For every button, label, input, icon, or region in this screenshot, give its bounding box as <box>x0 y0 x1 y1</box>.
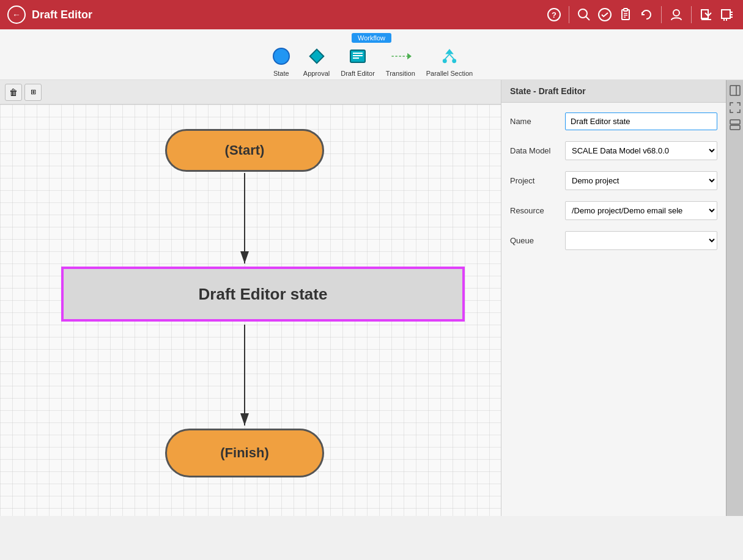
svg-rect-21 <box>309 50 323 64</box>
parallel-section-tool-icon <box>438 45 460 67</box>
svg-rect-38 <box>730 120 740 124</box>
svg-line-3 <box>586 17 590 20</box>
properties-panel-title: State - Draft Editor <box>501 80 726 103</box>
name-input[interactable] <box>565 112 717 130</box>
refresh-icon[interactable] <box>638 6 655 23</box>
name-field-row: Name <box>510 112 717 130</box>
back-arrow-icon: ← <box>12 10 21 20</box>
project-select[interactable]: Demo project <box>565 171 717 190</box>
queue-label: Queue <box>510 236 559 245</box>
header-sep-1 <box>569 6 569 23</box>
canvas-toolbar: 🗑 ⊞ <box>0 80 501 105</box>
svg-point-31 <box>443 59 447 63</box>
queue-field-row: Queue <box>510 231 717 250</box>
user-icon[interactable] <box>668 6 685 23</box>
svg-text:?: ? <box>552 10 556 20</box>
header: ← Draft Editor ? <box>0 0 743 29</box>
main-area: 🗑 ⊞ (Start) <box>0 80 743 516</box>
svg-marker-28 <box>445 49 454 54</box>
data-model-label: Data Model <box>510 146 559 155</box>
name-label: Name <box>510 117 559 126</box>
svg-rect-36 <box>730 86 740 95</box>
svg-line-30 <box>449 54 454 60</box>
state-tool[interactable]: State <box>270 45 292 77</box>
svg-point-10 <box>673 10 679 16</box>
canvas-panel: 🗑 ⊞ (Start) <box>0 80 501 516</box>
svg-rect-14 <box>722 10 730 18</box>
back-button[interactable]: ← <box>7 6 26 24</box>
svg-rect-39 <box>730 125 740 130</box>
app-title: Draft Editor <box>32 9 545 21</box>
zoom-fit-button[interactable] <box>728 101 742 114</box>
data-model-select[interactable]: SCALE Data Model v68.0.0 <box>565 141 717 160</box>
svg-point-20 <box>273 48 289 64</box>
svg-line-29 <box>445 54 449 60</box>
svg-marker-27 <box>407 53 412 59</box>
properties-fields: Name Data Model SCALE Data Model v68.0.0… <box>501 103 726 260</box>
properties-panel: State - Draft Editor Name Data Model SCA… <box>501 80 726 516</box>
zoom-split-button[interactable] <box>728 118 742 131</box>
draft-editor-tool[interactable]: Draft Editor <box>341 45 375 77</box>
workflow-toolbar: Workflow State Approval <box>0 29 743 80</box>
project-label: Project <box>510 176 559 185</box>
workflow-badge-container: Workflow <box>352 33 391 43</box>
finish-node-label: (Finish) <box>220 445 268 461</box>
state-node-label: Draft Editor state <box>199 285 328 304</box>
resource-field-row: Resource /Demo project/Demo email sele <box>510 201 717 220</box>
group-button[interactable]: ⊞ <box>24 84 42 101</box>
far-right-panel <box>726 80 743 516</box>
state-tool-icon <box>270 45 292 67</box>
resource-label: Resource <box>510 206 559 215</box>
approval-tool-icon <box>306 45 328 67</box>
header-sep-2 <box>661 6 662 23</box>
group-icon: ⊞ <box>31 88 36 96</box>
state-node[interactable]: Draft Editor state <box>61 267 465 322</box>
state-tool-label: State <box>273 70 289 77</box>
workflow-canvas[interactable]: (Start) Draft Editor state (Finish) <box>0 105 501 516</box>
parallel-section-tool[interactable]: Parallel Section <box>426 45 473 77</box>
panel-toggle-button[interactable] <box>728 84 742 97</box>
header-icons: ? <box>545 6 736 23</box>
finish-node[interactable]: (Finish) <box>165 429 324 477</box>
search-icon[interactable] <box>575 6 593 23</box>
approval-tool[interactable]: Approval <box>303 45 330 77</box>
project-field-row: Project Demo project <box>510 171 717 190</box>
start-node-label: (Start) <box>225 142 265 158</box>
svg-point-2 <box>579 9 587 18</box>
workflow-tools: State Approval Draft Editor <box>270 45 473 77</box>
data-model-field-row: Data Model SCALE Data Model v68.0.0 <box>510 141 717 160</box>
clipboard-icon[interactable] <box>617 6 634 23</box>
transition-tool[interactable]: Transition <box>386 45 415 77</box>
draft-editor-tool-label: Draft Editor <box>341 70 375 77</box>
download-icon[interactable] <box>698 6 715 23</box>
resource-select[interactable]: /Demo project/Demo email sele <box>565 201 717 220</box>
delete-button[interactable]: 🗑 <box>5 84 22 101</box>
start-node[interactable]: (Start) <box>165 129 324 172</box>
menu-more-icon[interactable] <box>719 6 736 23</box>
approval-tool-label: Approval <box>303 70 330 77</box>
transition-tool-label: Transition <box>386 70 415 77</box>
header-sep-3 <box>691 6 692 23</box>
help-icon[interactable]: ? <box>545 6 563 23</box>
transition-tool-icon <box>390 45 412 67</box>
draft-editor-tool-icon <box>347 45 369 67</box>
svg-point-32 <box>452 59 456 63</box>
check-circle-icon[interactable] <box>596 6 613 23</box>
queue-select[interactable] <box>565 231 717 250</box>
trash-icon: 🗑 <box>9 87 18 97</box>
parallel-section-tool-label: Parallel Section <box>426 70 473 77</box>
svg-rect-6 <box>624 9 627 11</box>
workflow-badge: Workflow <box>352 33 391 43</box>
